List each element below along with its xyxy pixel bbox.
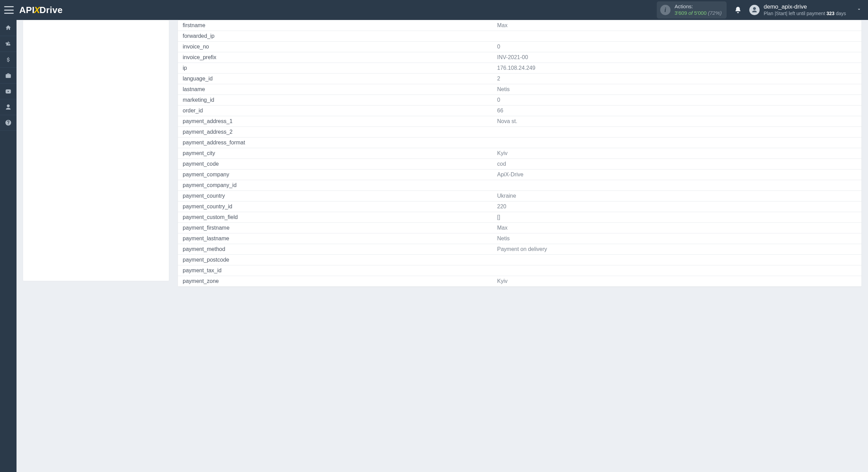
- sidebar-item-connections[interactable]: [0, 36, 17, 52]
- brand-part-x: X: [34, 5, 40, 15]
- row-key: payment_country_id: [178, 201, 492, 212]
- actions-label: Actions:: [675, 3, 722, 10]
- row-value: [492, 265, 861, 276]
- table-row: firstnameMax: [178, 20, 861, 31]
- row-key: forwarded_ip: [178, 31, 492, 42]
- sidebar-item-tools[interactable]: [0, 67, 17, 83]
- row-key: payment_tax_id: [178, 265, 492, 276]
- notifications-button[interactable]: [734, 6, 742, 14]
- user-subline: Plan |Start| left until payment 323 days: [764, 11, 846, 17]
- actions-of-word: of: [688, 10, 693, 17]
- table-row: payment_cityKyiv: [178, 148, 861, 159]
- row-key: payment_city: [178, 148, 492, 159]
- row-value: Payment on delivery: [492, 244, 861, 255]
- row-value: 176.108.24.249: [492, 63, 861, 74]
- table-row: payment_countryUkraine: [178, 191, 861, 201]
- sidebar-item-billing[interactable]: [0, 52, 17, 67]
- table-row: invoice_no0: [178, 42, 861, 52]
- actions-total: 5'000: [694, 10, 707, 17]
- row-key: payment_company: [178, 169, 492, 180]
- row-value: [492, 127, 861, 138]
- row-value: [492, 180, 861, 191]
- row-key: firstname: [178, 20, 492, 31]
- table-row: forwarded_ip: [178, 31, 861, 42]
- table-row: marketing_id0: [178, 95, 861, 106]
- page: firstnameMaxforwarded_ipinvoice_no0invoi…: [17, 20, 868, 472]
- row-key: payment_country: [178, 191, 492, 201]
- table-row: ip176.108.24.249: [178, 63, 861, 74]
- table-row: payment_companyApiX-Drive: [178, 169, 861, 180]
- row-key: payment_firstname: [178, 223, 492, 233]
- actions-percent: (72%): [708, 10, 722, 17]
- row-key: payment_lastname: [178, 233, 492, 244]
- row-key: payment_postcode: [178, 255, 492, 265]
- sidebar-item-help[interactable]: [0, 115, 17, 131]
- table-row: payment_firstnameMax: [178, 223, 861, 233]
- row-value: [492, 138, 861, 148]
- row-key: invoice_no: [178, 42, 492, 52]
- row-value: INV-2021-00: [492, 52, 861, 63]
- info-icon: i: [660, 5, 671, 15]
- row-value: Kyiv: [492, 276, 861, 287]
- sidebar: [0, 20, 17, 472]
- sitemap-icon: [5, 41, 12, 47]
- sidebar-item-video[interactable]: [0, 83, 17, 99]
- row-key: lastname: [178, 84, 492, 95]
- sidebar-item-home[interactable]: [0, 20, 17, 36]
- table-row: payment_company_id: [178, 180, 861, 191]
- table-row: payment_custom_field[]: [178, 212, 861, 223]
- row-value: 66: [492, 106, 861, 116]
- sidebar-item-account[interactable]: [0, 99, 17, 115]
- row-value: Netis: [492, 84, 861, 95]
- row-key: payment_custom_field: [178, 212, 492, 223]
- table-row: payment_postcode: [178, 255, 861, 265]
- row-value: Nova st.: [492, 116, 861, 127]
- table-row: payment_address_2: [178, 127, 861, 138]
- row-value: 220: [492, 201, 861, 212]
- row-key: language_id: [178, 74, 492, 84]
- top-bar: API X Drive i Actions: 3'609 of 5'000 (7…: [0, 0, 868, 20]
- table-row: order_id66: [178, 106, 861, 116]
- table-row: invoice_prefixINV-2021-00: [178, 52, 861, 63]
- user-menu[interactable]: demo_apix-drive Plan |Start| left until …: [749, 3, 864, 16]
- dollar-icon: [5, 56, 12, 63]
- row-key: marketing_id: [178, 95, 492, 106]
- table-row: payment_country_id220: [178, 201, 861, 212]
- user-name: demo_apix-drive: [764, 3, 846, 10]
- row-value: Max: [492, 20, 861, 31]
- actions-counter[interactable]: i Actions: 3'609 of 5'000 (72%): [657, 1, 727, 19]
- brand-logo[interactable]: API X Drive: [19, 5, 63, 15]
- row-key: payment_zone: [178, 276, 492, 287]
- row-key: invoice_prefix: [178, 52, 492, 63]
- left-panel: [23, 20, 169, 281]
- actions-used: 3'609: [675, 10, 687, 17]
- table-row: payment_tax_id: [178, 265, 861, 276]
- brand-part-drive: Drive: [40, 5, 63, 15]
- row-value: [492, 255, 861, 265]
- row-value: []: [492, 212, 861, 223]
- user-icon: [751, 7, 758, 13]
- row-value: 0: [492, 95, 861, 106]
- menu-toggle[interactable]: [4, 6, 14, 14]
- brand-part-api: API: [19, 5, 35, 15]
- row-value: ApiX-Drive: [492, 169, 861, 180]
- row-value: Netis: [492, 233, 861, 244]
- row-value: Kyiv: [492, 148, 861, 159]
- table-row: payment_zoneKyiv: [178, 276, 861, 287]
- row-key: ip: [178, 63, 492, 74]
- row-value: cod: [492, 159, 861, 169]
- row-key: payment_address_2: [178, 127, 492, 138]
- help-icon: [5, 119, 12, 126]
- home-icon: [5, 24, 12, 31]
- row-key: payment_address_1: [178, 116, 492, 127]
- row-value: 0: [492, 42, 861, 52]
- columns: firstnameMaxforwarded_ipinvoice_no0invoi…: [23, 20, 862, 287]
- data-panel: firstnameMaxforwarded_ipinvoice_no0invoi…: [178, 20, 862, 287]
- row-key: payment_address_format: [178, 138, 492, 148]
- caret-down-icon: [856, 7, 862, 13]
- table-row: payment_address_format: [178, 138, 861, 148]
- row-key: payment_code: [178, 159, 492, 169]
- row-key: payment_company_id: [178, 180, 492, 191]
- row-value: 2: [492, 74, 861, 84]
- topbar-right: i Actions: 3'609 of 5'000 (72%) demo_api…: [657, 1, 864, 19]
